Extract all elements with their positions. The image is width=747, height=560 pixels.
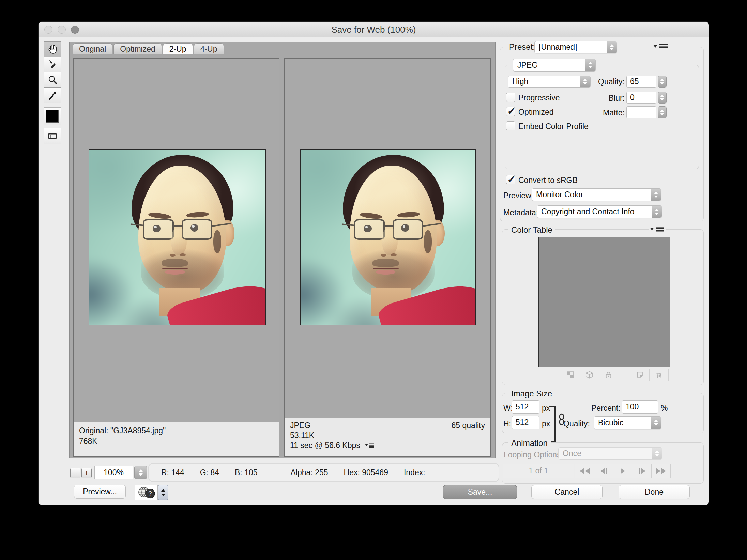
frame-status: 1 of 1 xyxy=(503,464,574,478)
looping-options-label: Looping Options: xyxy=(504,450,563,460)
convert-to-srgb-label: Convert to sRGB xyxy=(518,176,578,185)
lock-icon xyxy=(604,370,613,379)
save-button[interactable]: Save... xyxy=(443,485,517,499)
tab-optimized[interactable]: Optimized xyxy=(113,43,162,54)
optimized-checkbox[interactable] xyxy=(506,107,515,116)
slices-visibility-icon xyxy=(47,130,58,142)
portrait-photo xyxy=(89,150,265,325)
trash-icon xyxy=(654,370,664,379)
width-unit: px xyxy=(542,404,550,413)
play-icon xyxy=(621,468,625,474)
format-stepper xyxy=(585,59,595,71)
previous-frame-button xyxy=(594,464,613,478)
hex-readout: Hex: 905469 xyxy=(344,468,388,477)
done-button[interactable]: Done xyxy=(619,485,690,499)
dimension-link-bracket xyxy=(550,406,556,442)
zoom-out-button[interactable]: − xyxy=(70,468,80,478)
compression-stepper xyxy=(580,76,590,87)
quality-field-stepper[interactable] xyxy=(658,76,667,88)
optimized-quality: 65 quality xyxy=(452,421,485,431)
convert-to-srgb-checkbox[interactable] xyxy=(506,175,515,184)
save-for-web-dialog: Save for Web (100%) Original Optimized 2… xyxy=(39,22,709,505)
width-field[interactable]: 512 xyxy=(512,400,539,414)
compression-quality-select[interactable]: High xyxy=(508,76,591,88)
red-readout: R: 144 xyxy=(161,468,184,477)
preview-container: Original Optimized 2-Up 4-Up xyxy=(69,42,496,458)
progressive-checkbox[interactable] xyxy=(506,93,515,102)
new-item-icon xyxy=(635,370,644,379)
tab-4up[interactable]: 4-Up xyxy=(194,43,224,54)
color-table-title: Color Table xyxy=(508,225,555,235)
zoom-level-stepper[interactable] xyxy=(134,466,147,479)
original-image-area xyxy=(74,59,279,422)
percent-unit: % xyxy=(661,404,668,413)
embed-color-profile-label: Embed Color Profile xyxy=(518,122,589,131)
optimized-photo xyxy=(300,149,476,325)
matte-field[interactable] xyxy=(626,106,656,118)
eyedropper-color-swatch xyxy=(46,110,59,123)
metadata-select-stepper xyxy=(652,206,662,218)
last-frame-icon xyxy=(656,468,660,474)
delete-color-button[interactable] xyxy=(649,369,669,381)
lock-color-button[interactable] xyxy=(599,369,618,381)
new-color-button[interactable] xyxy=(630,369,650,381)
web-shift-button[interactable] xyxy=(580,369,599,381)
alpha-readout: Alpha: 255 xyxy=(291,468,328,477)
optimized-download-time: 11 sec @ 56.6 Kbps xyxy=(290,440,360,450)
preset-label: Preset: xyxy=(506,42,538,52)
slice-select-tool-button[interactable] xyxy=(44,57,61,72)
height-field[interactable]: 512 xyxy=(512,416,539,429)
tab-2up[interactable]: 2-Up xyxy=(163,43,193,54)
blur-field-stepper[interactable] xyxy=(658,92,667,104)
zoom-level-field[interactable]: 100% xyxy=(94,466,133,479)
original-info-strip: Original: "GJ3A8954.jpg" 768K xyxy=(74,422,279,456)
toggle-slices-visibility-button[interactable] xyxy=(44,128,61,144)
animation-title: Animation xyxy=(508,438,551,448)
looping-stepper xyxy=(652,448,662,459)
title-bar[interactable]: Save for Web (100%) xyxy=(39,22,709,37)
svg-text:?: ? xyxy=(148,490,152,497)
metadata-select[interactable]: Copyright and Contact Info xyxy=(537,205,662,218)
browser-select-stepper[interactable] xyxy=(158,485,168,500)
cancel-button[interactable]: Cancel xyxy=(531,485,603,499)
zoom-tool-button[interactable] xyxy=(44,72,61,88)
first-frame-button xyxy=(575,464,594,478)
original-pane[interactable]: Original: "GJ3A8954.jpg" 768K xyxy=(73,58,279,457)
resample-quality-label: Quality: xyxy=(563,419,589,429)
blur-field[interactable]: 0 xyxy=(626,92,656,104)
optimized-format: JPEG xyxy=(290,421,310,431)
width-label: W: xyxy=(503,404,513,413)
download-speed-menu-icon[interactable] xyxy=(365,443,374,448)
resample-stepper xyxy=(651,417,661,429)
original-filesize: 768K xyxy=(79,436,273,447)
color-table-swatches[interactable] xyxy=(538,237,670,367)
percent-field[interactable]: 100 xyxy=(622,400,658,414)
preview-in-browser-button[interactable]: Preview... xyxy=(74,485,126,499)
optimized-label: Optimized xyxy=(518,108,554,117)
preview-select[interactable]: Monitor Color xyxy=(532,188,661,201)
browser-select-button[interactable]: ? xyxy=(135,485,158,500)
eyedropper-tool-button[interactable] xyxy=(44,87,61,103)
original-filename: Original: "GJ3A8954.jpg" xyxy=(79,425,273,436)
browser-globe-icon: ? xyxy=(137,486,155,499)
optimized-info-strip: JPEG 65 quality 53.11K 11 sec @ 56.6 Kbp… xyxy=(285,418,490,456)
hand-tool-button[interactable] xyxy=(44,41,61,57)
preset-select[interactable]: [Unnamed] xyxy=(534,41,617,53)
embed-color-profile-checkbox[interactable] xyxy=(506,121,515,130)
first-frame-icon xyxy=(580,468,584,474)
quality-field[interactable]: 65 xyxy=(626,76,656,88)
tab-original[interactable]: Original xyxy=(73,43,112,54)
file-format-select[interactable]: JPEG xyxy=(513,59,596,72)
preset-stepper xyxy=(607,41,617,53)
zoom-in-button[interactable]: + xyxy=(81,468,92,478)
readout-divider xyxy=(277,467,277,478)
optimized-pane[interactable]: JPEG 65 quality 53.11K 11 sec @ 56.6 Kbp… xyxy=(284,58,491,457)
previous-frame-icon xyxy=(600,468,605,474)
preset-panel-menu-icon[interactable] xyxy=(652,44,670,51)
resample-quality-select[interactable]: Bicubic xyxy=(594,416,661,429)
matte-field-stepper[interactable] xyxy=(658,106,667,118)
eyedropper-color-button[interactable] xyxy=(44,107,61,125)
color-table-menu-icon[interactable] xyxy=(649,226,666,233)
map-transparency-button[interactable] xyxy=(561,369,580,381)
percent-label: Percent: xyxy=(591,404,620,413)
